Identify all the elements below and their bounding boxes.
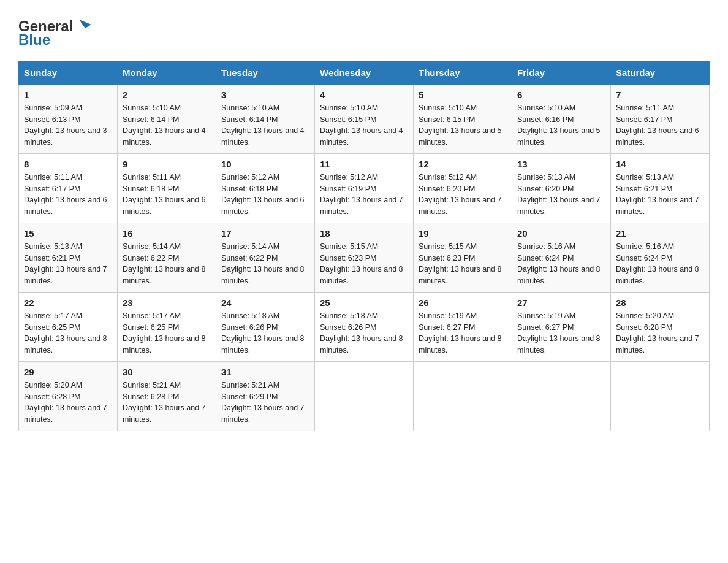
day-number: 30: [123, 367, 211, 377]
calendar-cell: 23 Sunrise: 5:17 AMSunset: 6:25 PMDaylig…: [118, 292, 216, 361]
day-info: Sunrise: 5:11 AMSunset: 6:18 PMDaylight:…: [123, 173, 206, 216]
calendar-cell: 19 Sunrise: 5:15 AMSunset: 6:23 PMDaylig…: [414, 223, 512, 292]
day-info: Sunrise: 5:15 AMSunset: 6:23 PMDaylight:…: [419, 242, 502, 285]
calendar-week-3: 15 Sunrise: 5:13 AMSunset: 6:21 PMDaylig…: [19, 223, 710, 292]
calendar-cell: [611, 361, 710, 431]
day-number: 14: [616, 159, 704, 169]
day-info: Sunrise: 5:14 AMSunset: 6:22 PMDaylight:…: [123, 242, 206, 285]
day-number: 12: [419, 159, 507, 169]
day-number: 21: [616, 228, 704, 239]
day-number: 9: [123, 159, 211, 169]
day-info: Sunrise: 5:18 AMSunset: 6:26 PMDaylight:…: [320, 312, 403, 354]
day-info: Sunrise: 5:20 AMSunset: 6:28 PMDaylight:…: [616, 312, 699, 354]
calendar-cell: 3 Sunrise: 5:10 AMSunset: 6:14 PMDayligh…: [216, 84, 315, 153]
day-info: Sunrise: 5:17 AMSunset: 6:25 PMDaylight:…: [24, 312, 107, 354]
day-number: 19: [419, 228, 507, 239]
calendar-cell: 5 Sunrise: 5:10 AMSunset: 6:15 PMDayligh…: [414, 84, 512, 153]
day-info: Sunrise: 5:16 AMSunset: 6:24 PMDaylight:…: [517, 242, 601, 285]
header-thursday: Thursday: [414, 61, 512, 84]
day-number: 5: [419, 90, 507, 100]
calendar-cell: 26 Sunrise: 5:19 AMSunset: 6:27 PMDaylig…: [414, 292, 512, 361]
calendar-cell: 31 Sunrise: 5:21 AMSunset: 6:29 PMDaylig…: [216, 361, 315, 431]
calendar-cell: 6 Sunrise: 5:10 AMSunset: 6:16 PMDayligh…: [512, 84, 611, 153]
day-info: Sunrise: 5:09 AMSunset: 6:13 PMDaylight:…: [24, 104, 107, 147]
calendar-cell: 11 Sunrise: 5:12 AMSunset: 6:19 PMDaylig…: [315, 153, 414, 223]
calendar-week-4: 22 Sunrise: 5:17 AMSunset: 6:25 PMDaylig…: [19, 292, 710, 361]
day-info: Sunrise: 5:10 AMSunset: 6:14 PMDaylight:…: [123, 104, 206, 147]
day-info: Sunrise: 5:20 AMSunset: 6:28 PMDaylight:…: [24, 381, 107, 424]
logo-wordmark: General Blue: [18, 18, 93, 48]
day-info: Sunrise: 5:12 AMSunset: 6:20 PMDaylight:…: [419, 173, 502, 216]
day-number: 2: [123, 90, 211, 100]
calendar-cell: 30 Sunrise: 5:21 AMSunset: 6:28 PMDaylig…: [118, 361, 216, 431]
header-wednesday: Wednesday: [315, 61, 414, 84]
day-number: 10: [221, 159, 309, 169]
day-info: Sunrise: 5:10 AMSunset: 6:14 PMDaylight:…: [221, 104, 305, 147]
day-info: Sunrise: 5:12 AMSunset: 6:18 PMDaylight:…: [221, 173, 305, 216]
day-number: 4: [320, 90, 408, 100]
svg-marker-1: [79, 20, 91, 28]
calendar-cell: 9 Sunrise: 5:11 AMSunset: 6:18 PMDayligh…: [118, 153, 216, 223]
calendar-cell: 7 Sunrise: 5:11 AMSunset: 6:17 PMDayligh…: [611, 84, 710, 153]
calendar-cell: 16 Sunrise: 5:14 AMSunset: 6:22 PMDaylig…: [118, 223, 216, 292]
day-info: Sunrise: 5:13 AMSunset: 6:20 PMDaylight:…: [517, 173, 601, 216]
calendar-cell: 22 Sunrise: 5:17 AMSunset: 6:25 PMDaylig…: [19, 292, 118, 361]
header-tuesday: Tuesday: [216, 61, 315, 84]
calendar-cell: 17 Sunrise: 5:14 AMSunset: 6:22 PMDaylig…: [216, 223, 315, 292]
day-number: 26: [419, 297, 507, 308]
day-number: 13: [517, 159, 605, 169]
day-number: 17: [221, 228, 309, 239]
day-info: Sunrise: 5:11 AMSunset: 6:17 PMDaylight:…: [616, 104, 699, 147]
day-number: 20: [517, 228, 605, 239]
day-info: Sunrise: 5:12 AMSunset: 6:19 PMDaylight:…: [320, 173, 403, 216]
day-number: 7: [616, 90, 704, 100]
day-info: Sunrise: 5:10 AMSunset: 6:15 PMDaylight:…: [320, 104, 403, 147]
calendar-cell: [512, 361, 611, 431]
header-monday: Monday: [118, 61, 216, 84]
day-number: 6: [517, 90, 605, 100]
calendar-cell: 12 Sunrise: 5:12 AMSunset: 6:20 PMDaylig…: [414, 153, 512, 223]
calendar-cell: 2 Sunrise: 5:10 AMSunset: 6:14 PMDayligh…: [118, 84, 216, 153]
day-info: Sunrise: 5:19 AMSunset: 6:27 PMDaylight:…: [419, 312, 502, 354]
calendar-week-1: 1 Sunrise: 5:09 AMSunset: 6:13 PMDayligh…: [19, 84, 710, 153]
calendar-cell: 25 Sunrise: 5:18 AMSunset: 6:26 PMDaylig…: [315, 292, 414, 361]
calendar-cell: 27 Sunrise: 5:19 AMSunset: 6:27 PMDaylig…: [512, 292, 611, 361]
calendar-cell: 1 Sunrise: 5:09 AMSunset: 6:13 PMDayligh…: [19, 84, 118, 153]
page-header: General Blue: [18, 18, 710, 48]
logo-blue: Blue: [18, 32, 93, 48]
day-info: Sunrise: 5:11 AMSunset: 6:17 PMDaylight:…: [24, 173, 107, 216]
day-number: 25: [320, 297, 408, 308]
header-sunday: Sunday: [19, 61, 118, 84]
day-info: Sunrise: 5:13 AMSunset: 6:21 PMDaylight:…: [616, 173, 699, 216]
day-number: 28: [616, 297, 704, 308]
day-info: Sunrise: 5:14 AMSunset: 6:22 PMDaylight:…: [221, 242, 305, 285]
day-number: 29: [24, 367, 112, 377]
day-info: Sunrise: 5:10 AMSunset: 6:16 PMDaylight:…: [517, 104, 601, 147]
day-info: Sunrise: 5:17 AMSunset: 6:25 PMDaylight:…: [123, 312, 206, 354]
day-info: Sunrise: 5:13 AMSunset: 6:21 PMDaylight:…: [24, 242, 107, 285]
calendar-cell: 10 Sunrise: 5:12 AMSunset: 6:18 PMDaylig…: [216, 153, 315, 223]
calendar-cell: 4 Sunrise: 5:10 AMSunset: 6:15 PMDayligh…: [315, 84, 414, 153]
day-info: Sunrise: 5:21 AMSunset: 6:28 PMDaylight:…: [123, 381, 206, 424]
day-number: 1: [24, 90, 112, 100]
day-info: Sunrise: 5:18 AMSunset: 6:26 PMDaylight:…: [221, 312, 305, 354]
day-number: 22: [24, 297, 112, 308]
day-number: 31: [221, 367, 309, 377]
calendar-header-row: SundayMondayTuesdayWednesdayThursdayFrid…: [19, 61, 710, 84]
calendar-cell: 24 Sunrise: 5:18 AMSunset: 6:26 PMDaylig…: [216, 292, 315, 361]
calendar-week-5: 29 Sunrise: 5:20 AMSunset: 6:28 PMDaylig…: [19, 361, 710, 431]
header-saturday: Saturday: [611, 61, 710, 84]
calendar-cell: 21 Sunrise: 5:16 AMSunset: 6:24 PMDaylig…: [611, 223, 710, 292]
day-number: 8: [24, 159, 112, 169]
day-number: 18: [320, 228, 408, 239]
day-number: 16: [123, 228, 211, 239]
calendar-cell: 28 Sunrise: 5:20 AMSunset: 6:28 PMDaylig…: [611, 292, 710, 361]
calendar-week-2: 8 Sunrise: 5:11 AMSunset: 6:17 PMDayligh…: [19, 153, 710, 223]
calendar-cell: 8 Sunrise: 5:11 AMSunset: 6:17 PMDayligh…: [19, 153, 118, 223]
day-number: 15: [24, 228, 112, 239]
day-number: 3: [221, 90, 309, 100]
logo: General Blue: [18, 18, 93, 48]
day-number: 23: [123, 297, 211, 308]
day-info: Sunrise: 5:16 AMSunset: 6:24 PMDaylight:…: [616, 242, 699, 285]
calendar-table: SundayMondayTuesdayWednesdayThursdayFrid…: [18, 61, 710, 431]
